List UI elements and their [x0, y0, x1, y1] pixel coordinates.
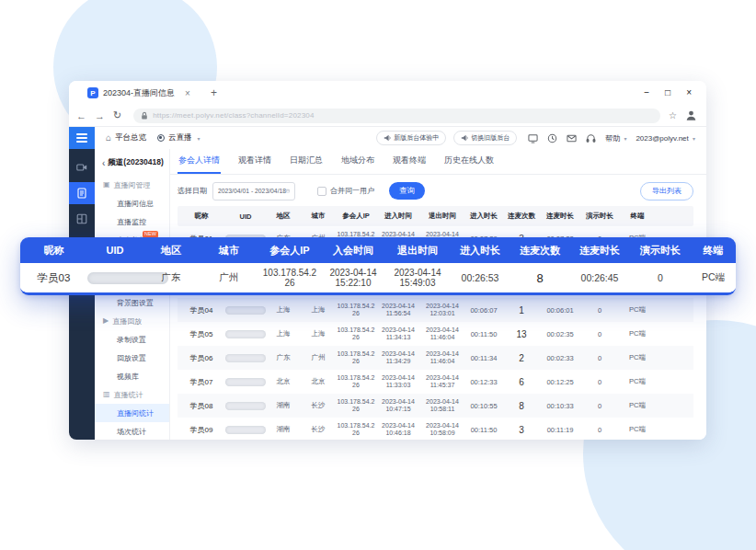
channel-back-row[interactable]: ‹ 频道(20230418): [95, 149, 169, 176]
sidebar-group-0[interactable]: ▣直播间管理: [95, 176, 169, 194]
sidebar-item-5[interactable]: 背景图设置: [95, 293, 169, 312]
chevron-down-icon: ▾: [693, 136, 695, 142]
cell-ip: 103.178.54.226: [336, 327, 376, 342]
sidebar-item-7[interactable]: 录制设置: [95, 330, 169, 349]
minimize-icon[interactable]: −: [644, 88, 649, 97]
merge-user-checkbox[interactable]: [317, 187, 326, 196]
cell-present: 0: [580, 330, 619, 338]
cell-present: 0: [580, 402, 619, 410]
uid-redacted-pill: [225, 426, 266, 434]
new-version-pill-button[interactable]: 新版后台体验中: [376, 131, 446, 145]
table-row: 学员07北京北京103.178.54.2262023-04-14 11:33:0…: [178, 370, 693, 394]
page: P 202304-直播间信息 × + − □ × ← → ↻ https://m…: [0, 0, 756, 550]
cell-present: 0: [580, 306, 619, 315]
switch-old-version-pill-button[interactable]: 切换旧版后台: [453, 131, 517, 145]
rail-document-icon[interactable]: [69, 182, 95, 204]
sidebar-item-8[interactable]: 回放设置: [95, 349, 169, 367]
uid-redacted-pill: [225, 402, 266, 410]
cell-mic_duration: 00:11:19: [540, 426, 580, 434]
cell-mic_count: 13: [503, 329, 540, 339]
table-row: 学员09湖南长沙103.178.54.2262023-04-14 10:46:1…: [178, 418, 693, 440]
forward-icon[interactable]: →: [95, 110, 105, 121]
overlay-header-row: 昵称UID地区城市参会人IP入会时间退出时间进入时长连麦次数连麦时长演示时长终端: [20, 237, 736, 263]
cell-city: 北京: [301, 377, 336, 386]
cell-mic_duration: 00:02:35: [540, 330, 580, 338]
bookmark-star-icon[interactable]: ☆: [669, 110, 677, 120]
address-bar[interactable]: https://meet.polyv.net/class?channelId=2…: [133, 109, 660, 123]
tab-1[interactable]: 观看详情: [237, 149, 272, 174]
account-menu[interactable]: 2023@polyv.net ▾: [636, 134, 706, 143]
monitor-icon[interactable]: [528, 133, 538, 143]
sidebar-item-1[interactable]: 直播间信息: [95, 194, 169, 212]
cell-region: 湖南: [266, 425, 301, 434]
overlay-header-cell-1: UID: [87, 245, 143, 256]
sidebar-group-6[interactable]: ▶直播回放: [95, 312, 169, 330]
megaphone-icon: [384, 134, 391, 142]
platform-overview-link[interactable]: ⌂ 平台总览: [106, 132, 146, 143]
new-tab-button[interactable]: +: [211, 86, 217, 99]
tab-0[interactable]: 参会人详情: [178, 149, 221, 174]
uid-redacted-pill: [225, 306, 266, 315]
message-icon[interactable]: [567, 133, 577, 143]
cell-exit: 2023-04-14 11:46:04: [420, 350, 464, 366]
sidebar-group-label: 直播间管理: [114, 180, 151, 190]
chevron-down-icon: ▾: [198, 135, 200, 142]
date-range-input[interactable]: 2023/04/01 - 2023/04/18: [212, 182, 295, 201]
header-cell-6: 退出时间: [420, 212, 464, 221]
cell-ip: 103.178.54.226: [336, 374, 376, 390]
magnified-row-overlay: 昵称UID地区城市参会人IP入会时间退出时间进入时长连麦次数连麦时长演示时长终端…: [20, 237, 736, 295]
maximize-icon[interactable]: □: [665, 88, 670, 97]
header-icon-cluster: [528, 133, 596, 143]
new-version-label: 新版后台体验中: [394, 133, 439, 143]
stats-icon: ▥: [103, 391, 110, 398]
rail-camera-icon[interactable]: [69, 156, 95, 178]
browser-tab[interactable]: P 202304-直播间信息 ×: [80, 83, 198, 103]
overlay-cell-name: 学员03: [20, 271, 87, 285]
product-label: 云直播: [168, 132, 192, 143]
menu-toggle-button[interactable]: [69, 127, 95, 149]
back-icon[interactable]: ←: [76, 110, 86, 121]
polyv-favicon-icon: P: [87, 87, 98, 98]
tab-close-icon[interactable]: ×: [185, 88, 190, 98]
tab-4[interactable]: 观看终端: [392, 149, 427, 174]
overlay-cell-mic_duration: 00:26:45: [569, 272, 630, 283]
product-switcher[interactable]: 云直播 ▾: [157, 132, 200, 143]
headset-icon[interactable]: [586, 133, 596, 143]
cell-city: 广州: [301, 353, 336, 362]
cell-exit: 2023-04-14 12:03:01: [420, 303, 464, 318]
overlay-header-cell-7: 进入时长: [450, 244, 510, 258]
cell-ip: 103.178.54.226: [336, 303, 376, 318]
cell-duration: 00:12:33: [464, 378, 503, 386]
cell-ip: 103.178.54.226: [336, 422, 376, 438]
table-row: 学员06广东广州103.178.54.2262023-04-14 11:34:2…: [178, 346, 693, 370]
cell-exit: 2023-04-14 11:45:37: [420, 374, 464, 390]
reload-icon[interactable]: ↻: [113, 109, 121, 121]
overlay-header-cell-11: 终端: [691, 244, 736, 258]
tab-3[interactable]: 地域分布: [340, 149, 375, 174]
cell-enter: 2023-04-14 11:56:54: [376, 303, 420, 318]
megaphone-icon: [461, 134, 468, 142]
cell-terminal: PC端: [619, 377, 656, 386]
sidebar-item-11[interactable]: 直播间统计: [95, 404, 169, 422]
cell-mic_duration: 00:10:33: [540, 402, 580, 410]
sidebar-group-10[interactable]: ▥直播统计: [95, 385, 169, 404]
sidebar-item-12[interactable]: 场次统计: [95, 422, 169, 440]
profile-avatar-icon[interactable]: [685, 109, 697, 121]
home-icon: ⌂: [106, 133, 111, 143]
overlay-header-cell-2: 地区: [143, 244, 200, 258]
overlay-header-cell-3: 城市: [200, 244, 258, 258]
sidebar-item-2[interactable]: 直播监控: [95, 212, 169, 231]
close-icon[interactable]: ×: [686, 88, 692, 97]
history-icon[interactable]: [547, 133, 557, 143]
sidebar-group-label: 直播统计: [114, 390, 143, 400]
export-list-button[interactable]: 导出列表: [640, 182, 693, 201]
sidebar-item-9[interactable]: 视频库: [95, 367, 169, 385]
cell-mic_duration: 00:02:33: [540, 354, 580, 362]
header-cell-5: 进入时间: [376, 212, 420, 221]
rail-layout-icon[interactable]: [69, 208, 95, 230]
help-menu[interactable]: 帮助 ▾: [605, 133, 626, 143]
query-button[interactable]: 查询: [389, 182, 425, 200]
detail-tabs: 参会人详情观看详情日期汇总地域分布观看终端历史在线人数: [170, 149, 706, 175]
tab-2[interactable]: 日期汇总: [289, 149, 324, 174]
tab-5[interactable]: 历史在线人数: [443, 149, 495, 174]
